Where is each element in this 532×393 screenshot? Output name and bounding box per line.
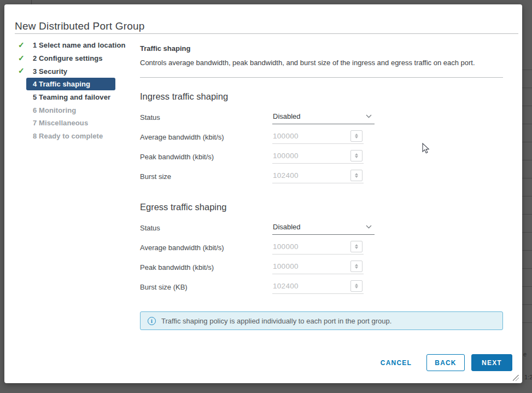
number-stepper-icon [350,261,363,272]
field-value: 102400 [272,282,299,290]
dialog-footer: CANCEL BACK NEXT [373,354,512,371]
step-select-name-and-location[interactable]: ✓ 1 Select name and location [13,39,139,52]
number-stepper-icon [350,150,363,161]
egress-status-select[interactable]: Disabled [272,221,375,235]
check-icon: ✓ [18,66,27,75]
egress-average-bandwidth-input: 100000 [272,241,364,255]
ingress-peak-bandwidth-input: 100000 [272,150,364,164]
form-row: Average bandwidth (kbit/s) 100000 [140,127,503,147]
cancel-button[interactable]: CANCEL [373,355,419,371]
egress-rows: Status Disabled Average bandwidth (kbit/… [140,218,503,297]
ingress-burst-size-input: 102400 [272,170,364,183]
step-configure-settings[interactable]: ✓ 2 Configure settings [13,52,139,65]
step-ready-to-complete: 8 Ready to complete [13,130,139,143]
form-row: Burst size (KB) 102400 [140,277,503,297]
ingress-section-title: Ingress traffic shaping [140,91,503,102]
chevron-down-icon [366,225,372,229]
chevron-down-icon [366,114,372,118]
field-value: 102400 [272,171,299,180]
info-banner: i Traffic shaping policy is applied indi… [140,311,503,330]
form-row: Peak bandwidth (kbit/s) 100000 [140,147,503,166]
info-icon: i [148,317,156,325]
field-label: Peak bandwidth (kbit/s) [140,263,272,271]
page-description: Controls average bandwidth, peak bandwid… [140,56,501,69]
number-stepper-icon [350,241,363,252]
check-icon: ✓ [18,54,27,62]
selected-value: Disabled [273,112,301,120]
step-monitoring: 6 Monitoring [13,103,139,117]
back-button[interactable]: BACK [426,354,465,371]
field-value: 100000 [272,242,299,251]
new-distributed-port-group-dialog: New Distributed Port Group ✓ 1 Select na… [4,4,522,383]
page-title: Traffic shaping [140,44,503,53]
ingress-status-select[interactable]: Disabled [272,111,375,124]
egress-peak-bandwidth-input: 100000 [272,261,364,274]
form-row: Average bandwidth (kbit/s) 100000 [140,238,503,257]
check-icon: ✓ [18,41,27,49]
field-value: 100000 [272,262,299,270]
egress-section-title: Egress traffic shaping [140,202,503,212]
step-teaming-and-failover[interactable]: 5 Teaming and failover [13,91,139,104]
number-stepper-icon [350,280,363,292]
ingress-average-bandwidth-input: 100000 [272,130,364,144]
field-label: Average bandwidth (kbit/s) [140,244,272,252]
form-row: Burst size 102400 [140,166,503,186]
step-traffic-shaping-active[interactable]: 4 Traffic shaping [13,78,139,91]
info-banner-text: Traffic shaping policy is applied indivi… [161,317,391,325]
step-miscellaneous: 7 Miscellaneous [13,117,139,130]
egress-burst-size-input: 102400 [272,280,364,294]
next-button[interactable]: NEXT [471,354,512,371]
step-security[interactable]: ✓ 3 Security [13,65,139,78]
content-divider [140,77,503,78]
number-stepper-icon [350,130,363,142]
wizard-steps: ✓ 1 Select name and location ✓ 2 Configu… [13,39,139,143]
ingress-rows: Status Disabled Average bandwidth (kbit/… [140,107,503,186]
resize-handle[interactable] [513,375,519,381]
field-label: Burst size (KB) [140,283,272,291]
field-label: Status [140,113,272,122]
field-label: Status [140,224,272,232]
field-value: 100000 [272,152,299,160]
step-content: Traffic shaping Controls average bandwid… [140,42,503,330]
dialog-title: New Distributed Port Group [15,20,145,32]
background-text-fragment: 1:2 [524,374,532,380]
field-value: 100000 [272,132,299,140]
title-divider [15,33,518,34]
form-row: Status Disabled [140,218,503,238]
background-table-rows [522,52,532,337]
selected-value: Disabled [273,223,301,231]
field-label: Average bandwidth (kbit/s) [140,133,272,141]
number-stepper-icon [350,170,363,181]
field-label: Peak bandwidth (kbit/s) [140,153,272,161]
form-row: Peak bandwidth (kbit/s) 100000 [140,257,503,277]
form-row: Status Disabled [140,107,503,127]
field-label: Burst size [140,172,272,181]
background-text-fragment: e [523,351,527,357]
